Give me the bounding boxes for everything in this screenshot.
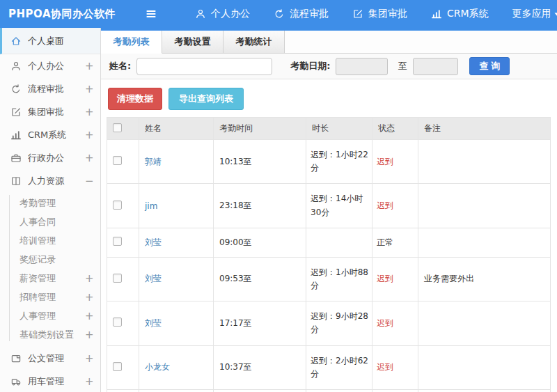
- row-checkbox[interactable]: [113, 201, 122, 210]
- note: [418, 140, 551, 184]
- nav-label: 个人办公: [211, 8, 250, 20]
- sidebar-item-CRM系统[interactable]: CRM系统 +: [0, 123, 100, 146]
- row-checkbox[interactable]: [113, 156, 122, 165]
- sidebar-item-用车管理[interactable]: 用车管理 +: [0, 370, 100, 392]
- sidebar-subitem-奖惩记录[interactable]: 奖惩记录: [0, 250, 100, 269]
- nav-label: 流程审批: [290, 8, 329, 20]
- employee-name-link[interactable]: 刘莹: [145, 237, 162, 247]
- menu-toggle-icon[interactable]: [145, 5, 157, 23]
- page: { "header": { "brand": "PHPOA协同办公软件", "n…: [0, 0, 557, 392]
- sidebar-item-label: 公文管理: [28, 352, 85, 365]
- sidebar-item-人力资源[interactable]: 人力资源 −: [0, 169, 100, 192]
- header-nav-item[interactable]: 更多应用: [512, 8, 557, 20]
- date-to-label: 至: [398, 60, 407, 72]
- attendance-time: 10:13至: [214, 140, 306, 184]
- sidebar-item-流程审批[interactable]: 流程审批 +: [0, 77, 100, 100]
- clean-data-button[interactable]: 清理数据: [108, 88, 162, 110]
- sidebar-subitem-label: 考勤管理: [19, 197, 85, 210]
- tab-考勤统计[interactable]: 考勤统计: [223, 31, 285, 53]
- table-header-row: 姓名 考勤时间 时长 状态 备注: [107, 118, 551, 140]
- sidebar-item-label: 个人桌面: [28, 35, 85, 47]
- header-nav-item[interactable]: CRM系统: [431, 8, 489, 20]
- table-row: 刘莹 09:00至 正常: [107, 228, 551, 257]
- expand-toggle-icon[interactable]: +: [85, 152, 93, 164]
- briefcase-icon: [10, 152, 22, 164]
- user-icon: [195, 8, 206, 19]
- duration: 迟到：2小时62分: [306, 345, 372, 389]
- col-header-note: 备注: [418, 118, 551, 140]
- sidebar-item-公文管理[interactable]: 公文管理 +: [0, 347, 100, 370]
- status-badge: 迟到: [377, 157, 393, 166]
- duration: 迟到：9小时28分: [306, 301, 372, 345]
- table-row: 管理员 10:54至10:54 迟到：2小时90分 早退：7小时10分 迟到/早…: [107, 389, 551, 392]
- sidebar-item-label: 流程审批: [28, 83, 85, 95]
- row-checkbox[interactable]: [113, 362, 122, 371]
- chart-icon: [431, 8, 442, 19]
- attendance-time: 10:54至10:54: [214, 389, 306, 392]
- duration: 迟到：1小时88分: [306, 257, 372, 301]
- employee-name-link[interactable]: jim: [145, 201, 157, 211]
- sidebar-subitem-人事管理[interactable]: 人事管理 +: [0, 306, 100, 325]
- name-filter-input[interactable]: [136, 58, 272, 75]
- employee-name-link[interactable]: 刘莹: [145, 318, 162, 328]
- sidebar-subitem-基础类别设置[interactable]: 基础类别设置 +: [0, 325, 100, 344]
- expand-toggle-icon[interactable]: +: [85, 375, 93, 388]
- note: [418, 228, 551, 257]
- table-row: 郭靖 10:13至 迟到：1小时22分 迟到: [107, 140, 551, 184]
- user-icon: [10, 61, 22, 72]
- sidebar-item-个人桌面[interactable]: 个人桌面: [0, 28, 100, 54]
- row-checkbox[interactable]: [113, 237, 122, 246]
- expand-toggle-icon[interactable]: −: [85, 175, 93, 187]
- table-row: jim 23:18至 迟到：14小时30分 迟到: [107, 184, 551, 228]
- employee-name-link[interactable]: 郭靖: [145, 157, 162, 166]
- select-all-checkbox[interactable]: [113, 123, 122, 132]
- submenu-人力资源: 考勤管理 人事合同 培训管理 奖惩记录 薪资管理 + 招聘管理 + 人事管理 +…: [0, 192, 100, 347]
- sidebar-item-行政办公[interactable]: 行政办公 +: [0, 146, 100, 169]
- sidebar-item-label: 集团审批: [28, 106, 85, 118]
- sidebar-item-label: 个人办公: [28, 60, 85, 72]
- tab-考勤列表[interactable]: 考勤列表: [101, 31, 162, 54]
- expand-toggle-icon[interactable]: +: [85, 106, 93, 118]
- header-nav-item[interactable]: 个人办公: [195, 8, 250, 20]
- duration: 迟到：14小时30分: [306, 184, 372, 228]
- app-logo: PHPOA协同办公软件: [0, 8, 116, 21]
- expand-toggle-icon[interactable]: +: [85, 352, 93, 365]
- date-from-input[interactable]: [336, 58, 388, 75]
- expand-toggle-icon[interactable]: +: [85, 310, 93, 322]
- expand-toggle-icon[interactable]: +: [85, 272, 93, 285]
- sidebar-item-个人办公[interactable]: 个人办公 +: [0, 54, 100, 77]
- export-list-button[interactable]: 导出查询列表: [168, 88, 244, 110]
- tab-考勤设置[interactable]: 考勤设置: [162, 31, 223, 53]
- date-to-input[interactable]: [413, 58, 458, 75]
- col-header-time: 考勤时间: [214, 118, 306, 140]
- sidebar-subitem-考勤管理[interactable]: 考勤管理: [0, 194, 100, 212]
- expand-toggle-icon[interactable]: +: [85, 129, 93, 141]
- employee-name-link[interactable]: 刘莹: [145, 274, 162, 283]
- status-badge: 迟到: [377, 362, 393, 372]
- home-icon: [10, 36, 22, 47]
- status-badge: 迟到: [377, 201, 393, 210]
- duration: 迟到：2小时90分 早退：7小时10分: [306, 389, 372, 392]
- sidebar-subitem-培训管理[interactable]: 培训管理: [0, 231, 100, 250]
- sidebar-subitem-招聘管理[interactable]: 招聘管理 +: [0, 288, 100, 306]
- row-checkbox[interactable]: [113, 274, 122, 283]
- expand-toggle-icon[interactable]: +: [85, 291, 93, 304]
- sidebar-item-集团审批[interactable]: 集团审批 +: [0, 100, 100, 123]
- search-button[interactable]: 查 询: [469, 57, 510, 75]
- header-nav-item[interactable]: 流程审批: [274, 8, 329, 20]
- duration: [306, 228, 372, 257]
- employee-name-link[interactable]: 小龙女: [145, 362, 170, 372]
- note: 1111: [418, 389, 551, 392]
- note: [418, 345, 551, 389]
- select-all-cell: [107, 118, 139, 140]
- table-row: 刘莹 09:53至 迟到：1小时88分 迟到 业务需要外出: [107, 257, 551, 301]
- row-checkbox[interactable]: [113, 317, 122, 327]
- sidebar-subitem-薪资管理[interactable]: 薪资管理 +: [0, 269, 100, 288]
- header-nav-item[interactable]: 集团审批: [352, 8, 407, 20]
- expand-toggle-icon[interactable]: +: [85, 83, 93, 95]
- expand-toggle-icon[interactable]: +: [85, 60, 93, 72]
- expand-toggle-icon[interactable]: +: [85, 329, 93, 341]
- col-header-status: 状态: [372, 118, 418, 140]
- edit-icon: [10, 107, 22, 118]
- sidebar-subitem-人事合同[interactable]: 人事合同: [0, 212, 100, 231]
